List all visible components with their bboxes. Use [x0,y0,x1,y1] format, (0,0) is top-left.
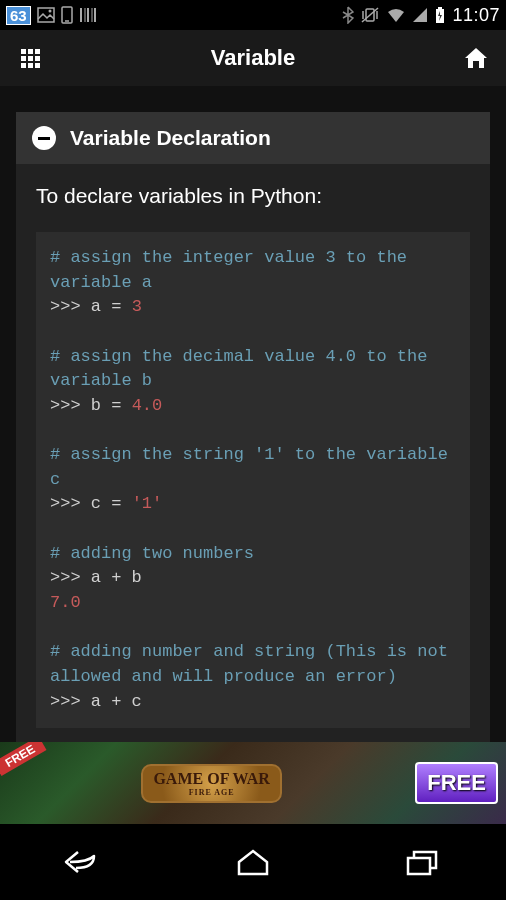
nav-bar [0,824,506,900]
grid-icon [21,49,40,68]
code-prompt: >>> b = [50,396,132,415]
svg-rect-14 [438,7,442,9]
back-icon [64,848,104,876]
code-prompt: >>> a + c [50,692,142,711]
code-prompt: >>> a = [50,297,132,316]
page-title: Variable [50,45,456,71]
home-nav-button[interactable] [218,837,288,887]
code-prompt: >>> c = [50,494,132,513]
svg-rect-0 [38,8,54,22]
section-body: To declare variables in Python: # assign… [16,164,490,736]
svg-point-1 [48,10,51,13]
svg-rect-15 [408,858,430,874]
battery-icon [434,6,446,24]
section-header[interactable]: Variable Declaration [16,112,490,164]
ad-free-badge: FREE [0,742,47,776]
content-area: Variable Declaration To declare variable… [0,86,506,824]
barcode-icon [79,7,97,23]
back-button[interactable] [49,837,119,887]
code-comment: # adding two numbers [50,544,254,563]
app-bar: Variable [0,30,506,86]
code-comment: # assign the decimal value 4.0 to the va… [50,347,438,391]
wifi-icon [386,7,406,23]
collapse-icon [32,126,56,150]
menu-button[interactable] [10,38,50,78]
code-comment: # assign the integer value 3 to the vari… [50,248,417,292]
notification-badge: 63 [6,6,31,25]
phone-icon [61,6,73,24]
vibrate-icon [360,6,380,24]
intro-text: To declare variables in Python: [36,184,470,208]
code-output: 7.0 [50,593,81,612]
clock: 11:07 [452,5,500,26]
ad-banner[interactable]: FREE GAME OF WARFIRE AGE FREE [0,742,506,824]
home-icon [463,46,489,70]
image-icon [37,7,55,23]
home-nav-icon [235,848,271,876]
svg-line-12 [362,8,378,22]
code-comment: # assign the string '1' to the variable … [50,445,458,489]
recent-icon [404,848,440,876]
code-value: 4.0 [132,396,163,415]
signal-icon [412,7,428,23]
bluetooth-icon [342,6,354,24]
section-title: Variable Declaration [70,126,271,150]
ad-logo: GAME OF WARFIRE AGE [141,764,281,803]
status-bar: 63 11:07 [0,0,506,30]
code-value: '1' [132,494,163,513]
recent-button[interactable] [387,837,457,887]
code-value: 3 [132,297,142,316]
code-block: # assign the integer value 3 to the vari… [36,232,470,728]
home-button[interactable] [456,38,496,78]
code-comment: # adding number and string (This is not … [50,642,458,686]
ad-free-button[interactable]: FREE [415,762,498,804]
code-prompt: >>> a + b [50,568,142,587]
